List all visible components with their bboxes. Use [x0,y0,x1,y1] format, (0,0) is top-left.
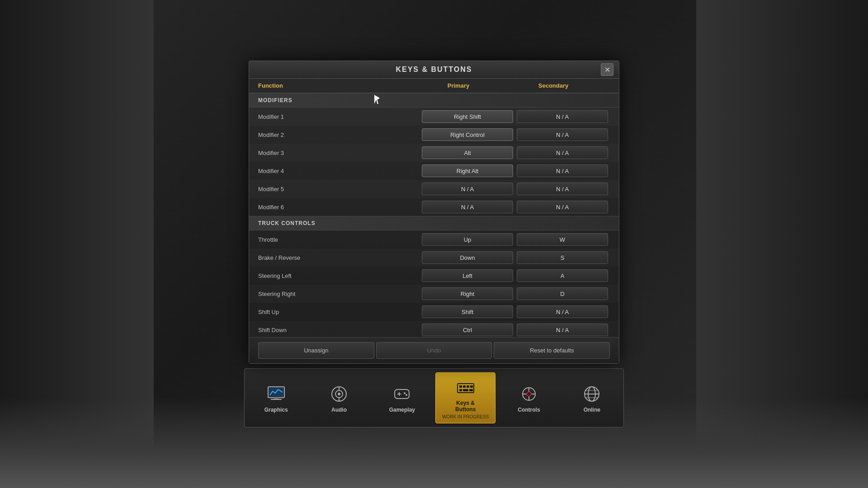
secondary-key[interactable]: N / A [517,110,608,123]
table-row: Steering Left Left A [249,267,619,285]
function-name: Throttle [258,236,420,243]
bottom-navigation: Graphics Audio [244,368,624,427]
keys-icon [455,376,476,398]
function-name: Modifier 4 [258,168,420,174]
dialog-overlay: KEYS & BUTTONS ✕ Function Primary Second… [0,0,868,488]
primary-key[interactable]: Ctrl [422,324,513,336]
function-name: Modifier 3 [258,150,420,156]
secondary-key[interactable]: W [517,233,608,246]
svg-rect-16 [459,385,462,388]
col-primary-header: Primary [411,82,506,89]
table-row: Modifier 1 Right Shift N / A [249,108,619,126]
section-modifiers: MODIFIERS [249,93,619,108]
function-name: Brake / Reverse [258,254,420,261]
svg-point-13 [404,392,406,394]
svg-rect-18 [467,385,469,388]
primary-key[interactable]: Alt [422,146,513,159]
function-name: Modifier 5 [258,186,420,192]
table-row: Steering Right Right D [249,285,619,303]
secondary-key[interactable]: N / A [517,128,608,141]
gameplay-label: Gameplay [389,407,415,413]
table-row: Modifier 3 Alt N / A [249,144,619,162]
keys-sublabel: WORK IN PROGRESS [442,414,489,419]
primary-key[interactable]: N / A [422,183,513,195]
primary-key[interactable]: Down [422,251,513,264]
controls-label: Controls [518,407,540,413]
col-function-header: Function [258,82,411,89]
dialog-title: KEYS & BUTTONS [396,66,472,74]
secondary-key[interactable]: N / A [517,324,608,336]
nav-item-keys[interactable]: Keys &Buttons WORK IN PROGRESS [435,372,495,423]
function-name: Steering Left [258,272,420,279]
nav-item-gameplay[interactable]: Gameplay [373,372,432,423]
primary-key[interactable]: Right Shift [422,110,513,123]
primary-key[interactable]: N / A [422,201,513,213]
table-row: Modifier 4 Right Alt N / A [249,162,619,180]
controls-icon [518,383,540,405]
function-name: Steering Right [258,291,420,297]
keys-buttons-dialog: KEYS & BUTTONS ✕ Function Primary Second… [249,61,619,364]
nav-item-audio[interactable]: Audio [309,372,368,423]
svg-point-14 [406,394,407,396]
svg-rect-21 [463,389,468,391]
primary-key[interactable]: Right Alt [422,164,513,177]
secondary-key[interactable]: N / A [517,305,608,318]
svg-rect-20 [459,389,462,391]
col-secondary-header: Secondary [506,82,601,89]
dialog-footer: Unassign Undo Reset to defaults [249,337,619,363]
secondary-key[interactable]: D [517,287,608,300]
close-button[interactable]: ✕ [601,63,613,76]
graphics-icon [265,383,287,405]
function-name: Shift Down [258,327,420,333]
nav-item-controls[interactable]: Controls [499,372,558,423]
primary-key[interactable]: Right Control [422,128,513,141]
svg-point-24 [527,392,531,396]
function-name: Modifier 2 [258,131,420,138]
secondary-key[interactable]: N / A [517,201,608,213]
undo-button[interactable]: Undo [376,342,492,359]
table-row: Modifier 2 Right Control N / A [249,126,619,144]
gameplay-icon [391,383,413,405]
unassign-button[interactable]: Unassign [258,342,374,359]
svg-rect-19 [470,385,473,388]
bindings-scroll-area[interactable]: MODIFIERS Modifier 1 Right Shift N / A M… [249,93,619,337]
secondary-key[interactable]: N / A [517,146,608,159]
reset-defaults-button[interactable]: Reset to defaults [494,342,610,359]
function-name: Modifier 1 [258,113,420,120]
primary-key[interactable]: Right [422,287,513,300]
nav-item-graphics[interactable]: Graphics [246,372,306,423]
nav-item-online[interactable]: Online [562,372,622,423]
svg-point-7 [338,393,340,395]
graphics-label: Graphics [264,407,288,413]
table-header: Function Primary Secondary [249,79,619,93]
function-name: Modifier 6 [258,204,420,211]
primary-key[interactable]: Up [422,233,513,246]
table-row: Brake / Reverse Down S [249,249,619,267]
primary-key[interactable]: Left [422,269,513,282]
table-row: Modifier 5 N / A N / A [249,180,619,198]
primary-key[interactable]: Shift [422,305,513,318]
table-row: Shift Down Ctrl N / A [249,321,619,337]
function-name: Shift Up [258,309,420,315]
keys-label: Keys &Buttons [455,400,476,413]
table-row: Shift Up Shift N / A [249,303,619,321]
online-label: Online [584,407,600,413]
section-truck-controls: TRUCK CONTROLS [249,216,619,230]
secondary-key[interactable]: N / A [517,183,608,195]
table-row: Modifier 6 N / A N / A [249,198,619,216]
svg-rect-17 [463,385,466,388]
dialog-header: KEYS & BUTTONS ✕ [249,61,619,79]
svg-rect-10 [395,389,409,399]
dialog-content: Function Primary Secondary MODIFIERS Mod… [249,79,619,337]
audio-icon [328,383,350,405]
svg-rect-22 [469,389,473,391]
secondary-key[interactable]: A [517,269,608,282]
online-icon [581,383,603,405]
secondary-key[interactable]: S [517,251,608,264]
secondary-key[interactable]: N / A [517,164,608,177]
audio-label: Audio [331,407,347,413]
table-row: Throttle Up W [249,230,619,249]
